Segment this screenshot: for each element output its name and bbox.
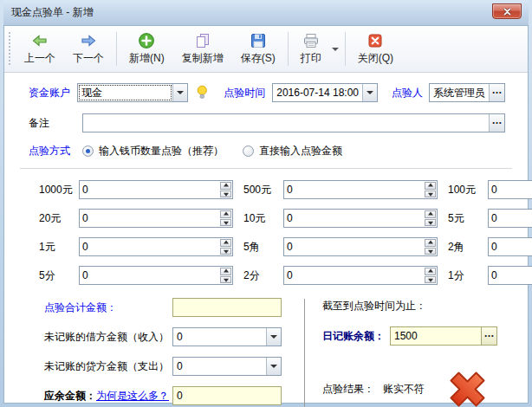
spin-down-icon[interactable] [425,248,436,255]
denomination-input[interactable] [489,210,532,227]
spin-up-icon[interactable] [425,239,436,247]
result-label: 点验结果： [322,382,374,397]
denomination-label: 500元 [243,183,283,197]
checker-field[interactable]: 系统管理员 … [429,83,505,102]
previous-button[interactable]: 上一个 [16,29,64,69]
remark-field[interactable]: … [82,113,505,132]
denomination-field: 20元 [39,209,233,228]
close-button[interactable]: 关闭(Q) [349,29,402,69]
toolbar-grip[interactable] [9,32,13,66]
dialog-body: 上一个 下一个 新增(N) [3,25,529,404]
spin-up-icon[interactable] [425,182,436,190]
arrow-right-icon [80,32,97,49]
next-button[interactable]: 下一个 [64,29,113,69]
unposted-debit-combobox[interactable]: 0 [172,327,282,346]
why-this-much-link[interactable]: 为何是这么多？ [96,389,169,404]
denomination-field: 1000元 [39,180,233,199]
unposted-debit-dropdown-icon[interactable] [266,328,281,346]
denomination-label: 10元 [243,211,283,226]
method-radio-quantity[interactable] [82,145,94,157]
total-amount-value [173,299,281,316]
denomination-field: 500元 [243,180,438,199]
bulb-icon[interactable] [196,84,209,101]
denomination-field: 2分 [243,266,438,285]
journal-more-button[interactable]: … [481,327,496,345]
denomination-input[interactable] [489,238,532,255]
denomination-field: 5角 [243,237,438,256]
toolbar: 上一个 下一个 新增(N) [4,26,528,73]
denomination-label: 2角 [448,240,488,255]
denomination-field: 5元 [448,209,532,228]
unposted-credit-dropdown-icon[interactable] [266,358,281,375]
spin-up-icon[interactable] [425,268,436,275]
denomination-label: 5分 [39,268,79,283]
expected-balance-field[interactable]: 0 [172,386,282,405]
dialog-window: 现金点验单 - 新增 上一个 下一个 [0,0,532,407]
spin-up-icon[interactable] [220,239,231,247]
print-label: 打印 [301,51,321,66]
denomination-input[interactable] [284,181,424,198]
result-value: 账实不符 [383,382,425,397]
denomination-input[interactable] [489,181,532,198]
spin-up-icon[interactable] [220,182,231,190]
toolbar-separator [116,32,117,66]
summary-left-panel: 点验合计金额： 未记账的借方金额（收入） 0 未记账的贷方金额（支出） [4,297,304,407]
denomination-input[interactable] [80,181,219,198]
unposted-debit-label: 未记账的借方金额（收入） [44,330,172,345]
denomination-input[interactable] [80,210,219,227]
time-value: 2016-07-14 18:00 [273,84,362,101]
time-dropdown-icon[interactable] [362,84,377,101]
total-amount-label: 点验合计金额： [44,300,172,315]
checker-label: 点验人 [392,86,423,100]
method-option2-label: 直接输入点验金额 [259,144,342,158]
spin-down-icon[interactable] [220,248,231,255]
total-amount-field[interactable] [172,298,282,317]
denomination-field: 100元 [448,180,532,199]
denomination-input[interactable] [80,238,219,255]
remark-more-button[interactable]: … [489,114,504,132]
spin-up-icon[interactable] [220,210,231,218]
account-dropdown-icon[interactable] [172,84,187,101]
checker-more-button[interactable]: … [489,84,504,101]
denomination-field: 2角 [448,237,532,256]
denomination-grid: 1000元 500元 100元 50元 20元 10元 5元 2元 1元 5角 … [4,169,528,285]
method-radio-amount[interactable] [243,145,254,157]
journal-balance-label: 日记账余额： [322,329,385,344]
print-dropdown-arrow[interactable] [330,29,341,69]
method-option1-label: 输入钱币数量点验（推荐） [99,144,224,158]
denomination-input[interactable] [284,210,424,227]
denomination-input[interactable] [284,267,424,284]
spin-down-icon[interactable] [220,219,231,227]
save-button[interactable]: 保存(S) [232,29,284,69]
denomination-field: 5分 [39,266,233,285]
copy-new-button[interactable]: 复制新增 [173,29,232,69]
close-window-button[interactable] [492,3,522,19]
summary-right-panel: 截至到点验时间为止： 日记账余额： 1500 … 点验结果： 账实不符 [305,297,528,407]
spin-up-icon[interactable] [220,268,231,275]
arrow-left-icon [31,32,49,49]
spin-down-icon[interactable] [425,219,436,227]
title-bar[interactable]: 现金点验单 - 新增 [3,0,529,25]
expected-balance-value: 0 [173,387,281,404]
unposted-credit-combobox[interactable]: 0 [172,357,282,376]
print-button[interactable]: 打印 [292,29,330,69]
previous-label: 上一个 [24,51,55,66]
time-combobox[interactable]: 2016-07-14 18:00 [272,83,378,102]
new-button[interactable]: 新增(N) [120,29,173,69]
spin-up-icon[interactable] [425,210,436,218]
spin-down-icon[interactable] [220,276,231,284]
denomination-field: 10元 [243,209,438,228]
journal-balance-value: 1500 [391,327,481,345]
spin-down-icon[interactable] [220,191,231,198]
spin-down-icon[interactable] [425,276,436,284]
unposted-debit-value: 0 [173,328,266,346]
account-combobox[interactable]: 现金 [77,83,187,102]
result-error-icon [447,369,488,407]
spin-down-icon[interactable] [425,191,436,198]
denomination-input[interactable] [284,238,424,255]
denomination-input[interactable] [489,267,532,284]
save-icon [250,32,267,49]
new-label: 新增(N) [129,51,165,66]
journal-balance-field[interactable]: 1500 … [390,326,497,346]
denomination-input[interactable] [80,267,219,284]
